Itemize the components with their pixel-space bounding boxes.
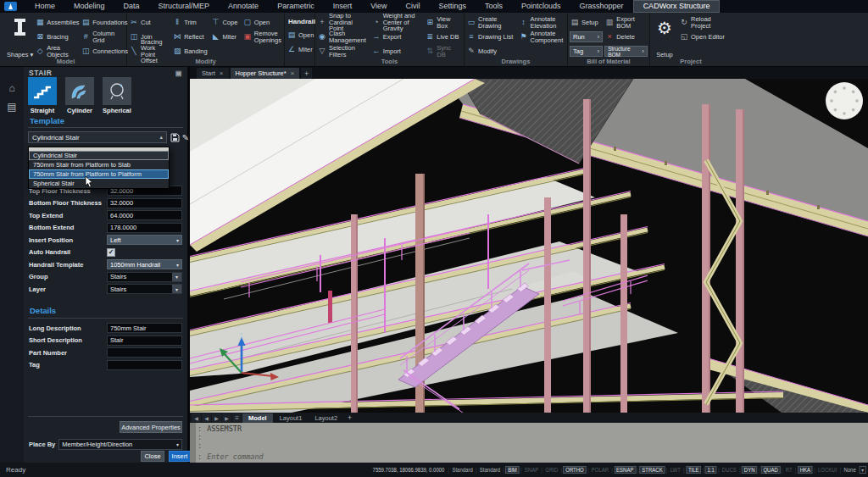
- project-setup-button[interactable]: ⚙ Setup: [652, 15, 677, 58]
- menu-structural-mep[interactable]: Structural/MEP: [149, 0, 220, 13]
- app-logo-icon[interactable]: [4, 2, 17, 11]
- status-toggle-snap[interactable]: SNAP: [523, 467, 540, 473]
- group-select[interactable]: Stairs▾: [107, 272, 182, 282]
- new-layout-button[interactable]: +: [344, 413, 355, 422]
- annotate-elevation-button[interactable]: ↕Annotate Elevation: [518, 15, 565, 30]
- menu-view[interactable]: View: [361, 0, 396, 13]
- drawing-list-button[interactable]: ≡Drawing List: [466, 30, 516, 44]
- short-description-input[interactable]: Stair: [107, 336, 182, 346]
- stair-type-straight-button[interactable]: [28, 77, 57, 105]
- menu-parametric[interactable]: Parametric: [268, 0, 324, 13]
- close-icon[interactable]: ×: [220, 69, 224, 77]
- status-toggle-dyn[interactable]: DYN: [742, 466, 757, 474]
- structure-bom-button[interactable]: Structure BOM: [604, 46, 648, 57]
- menu-insert[interactable]: Insert: [324, 0, 362, 13]
- menu-pointclouds[interactable]: Pointclouds: [512, 0, 570, 13]
- trim-button[interactable]: ‖Trim: [172, 15, 209, 30]
- status-toggle-tile[interactable]: TILE: [686, 466, 701, 474]
- column-grid-button[interactable]: #Column Grid: [81, 30, 125, 44]
- tag-input[interactable]: [107, 360, 182, 370]
- menu-grasshopper[interactable]: Grasshopper: [570, 0, 633, 13]
- status-style-standard[interactable]: Standard: [451, 467, 475, 473]
- insert-position-select[interactable]: Left▾: [107, 235, 182, 245]
- home-icon[interactable]: ⌂: [0, 79, 24, 97]
- banding-button[interactable]: ▨Banding: [172, 44, 209, 58]
- connections-button[interactable]: ◫Connections: [81, 44, 125, 58]
- handrail-open-button[interactable]: ▤Open: [287, 28, 315, 42]
- status-scale-1-1[interactable]: 1:1: [705, 466, 717, 474]
- viewport-3d-model[interactable]: [190, 79, 868, 413]
- shapes-button[interactable]: Shapes▾: [7, 15, 33, 58]
- foundations-button[interactable]: ▤Foundations: [81, 15, 125, 30]
- layout-tab-layout2[interactable]: Layout2: [309, 413, 343, 423]
- weight-center-gravity-button[interactable]: ◔Weight and Center of Gravity: [371, 15, 424, 30]
- template-combobox[interactable]: Cylindrical Stair ▴: [28, 131, 167, 143]
- handrail-miter-button[interactable]: ∠Miter: [287, 42, 315, 57]
- status-toggle-hka[interactable]: HKA: [798, 466, 813, 474]
- menu-cadworx-structure[interactable]: CADWorx Structure: [633, 0, 721, 13]
- status-toggle-ortho[interactable]: ORTHO: [564, 466, 587, 474]
- cut-button[interactable]: ✂Cut: [129, 15, 170, 30]
- view-box-button[interactable]: ⊞View Box: [425, 15, 462, 30]
- snap-to-cardinal-point-button[interactable]: +Snap to Cardinal Point: [317, 15, 370, 30]
- open-editor-button[interactable]: ◱Open Editor: [679, 30, 730, 44]
- menu-tools[interactable]: Tools: [476, 0, 512, 13]
- status-toggle-ducs[interactable]: DUCS: [721, 467, 738, 473]
- status-toggle-polar[interactable]: POLAR: [590, 467, 610, 473]
- layout-menu-icon[interactable]: ≡: [232, 413, 242, 422]
- status-toggle-rt[interactable]: RT: [784, 467, 794, 473]
- handrail-template-select[interactable]: 1050mm Handrail▾: [107, 259, 182, 269]
- status-toggle-esnap[interactable]: ESNAP: [615, 466, 637, 474]
- open-button[interactable]: ▢Open: [242, 15, 282, 30]
- clash-management-button[interactable]: ◉Clash Management: [317, 30, 370, 44]
- assemblies-button[interactable]: ▦Assemblies: [35, 15, 79, 30]
- last-layout-icon[interactable]: ▶: [222, 413, 231, 422]
- reflect-button[interactable]: ⋈Reflect: [172, 30, 209, 44]
- status-toggle-strack[interactable]: STRACK: [640, 466, 665, 474]
- prev-layout-icon[interactable]: ◀: [202, 413, 211, 422]
- status-toggle-grid[interactable]: GRID: [544, 467, 560, 473]
- status-toggle-lwt[interactable]: LWT: [669, 467, 682, 473]
- bom-delete-button[interactable]: ×Delete: [604, 30, 648, 44]
- panel-dock-icon[interactable]: ▣: [175, 69, 182, 77]
- bottom-floor-thickness-input[interactable]: 32.0000: [107, 198, 182, 208]
- command-line-panel[interactable]: ASSEMSTR Enter command: [190, 423, 868, 463]
- miter-button[interactable]: ◣Miter: [210, 30, 240, 44]
- dropdown-option-750-platform-to-slab[interactable]: 750mm Stair from Platform to Slab: [29, 160, 169, 169]
- layout-tab-layout1[interactable]: Layout1: [274, 413, 309, 423]
- menu-annotate[interactable]: Annotate: [219, 0, 268, 13]
- structure-tree-icon[interactable]: ▤: [0, 97, 24, 116]
- menu-modeling[interactable]: Modeling: [64, 0, 114, 13]
- next-layout-icon[interactable]: ▶: [212, 413, 221, 422]
- status-annotation-none[interactable]: None: [843, 467, 858, 473]
- remove-openings-button[interactable]: ▣Remove Openings: [242, 30, 282, 44]
- top-extend-input[interactable]: 64.0000: [107, 210, 182, 220]
- menu-settings[interactable]: Settings: [430, 0, 476, 13]
- bom-run-button[interactable]: Run: [570, 31, 603, 42]
- import-button[interactable]: ←Import: [371, 44, 424, 58]
- command-gutter[interactable]: [190, 423, 196, 463]
- status-toggle-quad[interactable]: QUAD: [761, 466, 781, 474]
- reload-project-button[interactable]: ↻Reload Project: [679, 15, 730, 30]
- bracing-button[interactable]: ⊠Bracing: [35, 30, 79, 44]
- dropdown-option-750-platform-to-platform[interactable]: 750mm Stair from Platform to Platform: [29, 169, 169, 179]
- create-drawing-button[interactable]: ▭Create Drawing: [466, 15, 516, 30]
- bracing-work-point-offset-button[interactable]: ╲Bracing Work Point Offset: [129, 44, 170, 58]
- annotate-component-button[interactable]: ⚑Annotate Component: [518, 30, 565, 44]
- save-template-icon[interactable]: [170, 132, 180, 142]
- dropdown-option-cylindrical-stair[interactable]: Cylindrical Stair: [29, 151, 169, 160]
- menu-home[interactable]: Home: [25, 0, 64, 13]
- new-tab-button[interactable]: +: [301, 68, 312, 79]
- bom-tag-button[interactable]: Tag: [570, 46, 603, 57]
- first-layout-icon[interactable]: ◀: [192, 413, 201, 422]
- long-description-input[interactable]: 750mm Stair: [107, 323, 182, 333]
- advanced-properties-button[interactable]: Advanced Properties: [120, 421, 182, 433]
- status-dropdown-icon[interactable]: ▾: [860, 466, 866, 474]
- stair-type-spherical-button[interactable]: [103, 77, 131, 105]
- tab-hopper-structure[interactable]: Hopper Structure*×: [231, 68, 300, 79]
- modify-drawing-button[interactable]: ✎Modify: [466, 44, 516, 58]
- command-input[interactable]: Enter command: [198, 452, 865, 461]
- close-button[interactable]: Close: [141, 451, 164, 462]
- auto-handrail-checkbox[interactable]: [107, 248, 115, 257]
- export-bom-button[interactable]: ▥Export BOM: [604, 15, 648, 30]
